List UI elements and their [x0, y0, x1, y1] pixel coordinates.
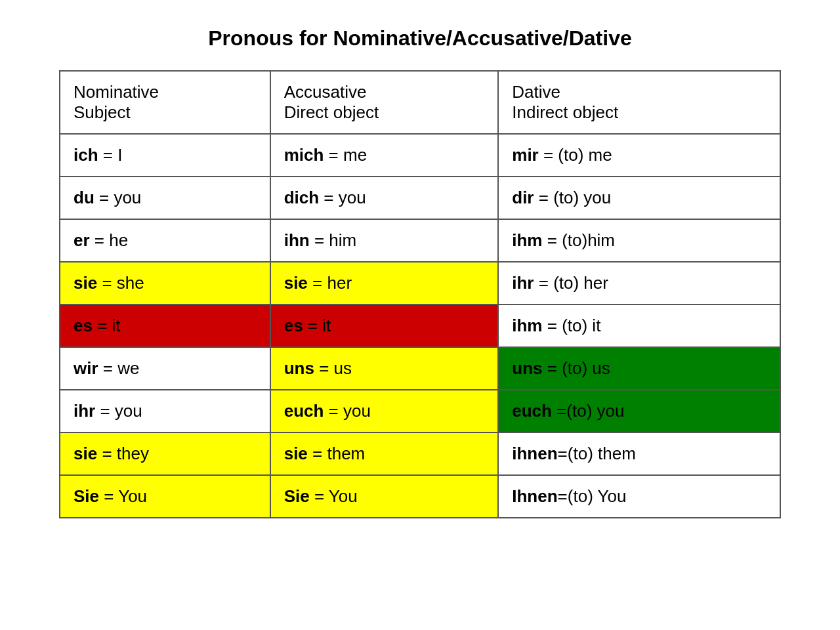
cell-sie-they-col2: sie = them [270, 432, 499, 475]
cell-es-col1: es = it [60, 304, 270, 347]
table-row-du: du = youdich = youdir = (to) you [60, 177, 780, 219]
cell-ihr-col3: euch =(to) you [498, 390, 780, 432]
rest-text-wir-col2: = us [314, 358, 352, 378]
cell-ihr-col1: ihr = you [60, 390, 270, 432]
cell-ich-col3: mir = (to) me [498, 134, 780, 177]
rest-text-du-col3: = (to) you [534, 188, 612, 207]
bold-word-sie-she-col1: sie [74, 273, 97, 293]
cell-sie-they-col1: sie = they [60, 432, 270, 475]
bold-word-du-col2: dich [284, 188, 319, 207]
cell-sie-she-col2: sie = her [270, 262, 499, 304]
rest-text-sie-they-col1: = they [97, 444, 149, 463]
cell-du-col3: dir = (to) you [498, 177, 780, 219]
bold-word-wir-col3: uns [512, 358, 542, 378]
bold-word-du-col1: du [74, 188, 94, 207]
bold-word-wir-col1: wir [74, 358, 98, 378]
rest-text-du-col1: = you [94, 188, 142, 207]
rest-text-sie-she-col2: = her [308, 273, 352, 293]
cell-sie-she-col3: ihr = (to) her [498, 262, 780, 304]
cell-wir-col3: uns = (to) us [498, 347, 780, 390]
rest-text-es-col3: = (to) it [543, 316, 601, 335]
rest-text-es-col1: = it [93, 316, 121, 335]
bold-word-er-col2: ihn [284, 230, 310, 250]
table-row-er: er = heihn = himihm = (to)him [60, 219, 780, 262]
bold-word-sie-they-col2: sie [284, 444, 308, 463]
bold-word-er-col1: er [74, 230, 90, 250]
rest-text-ich-col2: = me [324, 145, 367, 165]
bold-word-sie-they-col1: sie [74, 444, 97, 463]
bold-word-es-col3: ihm [512, 316, 542, 335]
table-row-sie-she: sie = shesie = herihr = (to) her [60, 262, 780, 304]
bold-word-es-col2: es [284, 316, 303, 335]
table-row-sie-they: sie = theysie = themihnen=(to) them [60, 432, 780, 475]
table-row-ich: ich = Imich = memir = (to) me [60, 134, 780, 177]
rest-text-ihr-col3: =(to) you [552, 401, 625, 421]
cell-er-col2: ihn = him [270, 219, 499, 262]
table-row-es: es = ites = itihm = (to) it [60, 304, 780, 347]
cell-ihr-col2: euch = you [270, 390, 499, 432]
rest-text-er-col1: = he [90, 230, 129, 250]
bold-word-sie-they-col3: ihnen [512, 444, 557, 463]
pronoun-table: Nominative Subject Accusative Direct obj… [59, 70, 781, 518]
cell-Sie-You-col1: Sie = You [60, 475, 270, 518]
rest-text-ihr-col2: = you [324, 401, 371, 421]
rest-text-ihr-col1: = you [95, 401, 142, 421]
rest-text-sie-she-col1: = she [97, 273, 144, 293]
rest-text-ich-col3: = (to) me [539, 145, 612, 165]
bold-word-sie-she-col2: sie [284, 273, 308, 293]
cell-sie-they-col3: ihnen=(to) them [498, 432, 780, 475]
rest-text-Sie-You-col2: = You [310, 486, 358, 506]
rest-text-Sie-You-col3: =(to) You [558, 486, 627, 506]
rest-text-er-col3: = (to)him [543, 230, 616, 250]
cell-Sie-You-col2: Sie = You [270, 475, 499, 518]
bold-word-Sie-You-col2: Sie [284, 486, 310, 506]
cell-ich-col2: mich = me [270, 134, 499, 177]
cell-Sie-You-col3: Ihnen=(to) You [498, 475, 780, 518]
rest-text-es-col2: = it [303, 316, 331, 335]
bold-word-ihr-col1: ihr [74, 401, 95, 421]
bold-word-du-col3: dir [512, 188, 534, 207]
header-accusative: Accusative Direct object [270, 71, 499, 134]
bold-word-ihr-col3: euch [512, 401, 552, 421]
cell-es-col2: es = it [270, 304, 499, 347]
table-row-wir: wir = weuns = usuns = (to) us [60, 347, 780, 390]
header-dative: Dative Indirect object [498, 71, 780, 134]
bold-word-Sie-You-col1: Sie [74, 486, 99, 506]
bold-word-wir-col2: uns [284, 358, 314, 378]
table-row-Sie-You: Sie = YouSie = YouIhnen=(to) You [60, 475, 780, 518]
bold-word-es-col1: es [74, 316, 93, 335]
bold-word-ich-col1: ich [74, 145, 98, 165]
table-row-ihr: ihr = youeuch = youeuch =(to) you [60, 390, 780, 432]
cell-sie-she-col1: sie = she [60, 262, 270, 304]
cell-wir-col2: uns = us [270, 347, 499, 390]
rest-text-sie-they-col3: =(to) them [558, 444, 636, 463]
rest-text-sie-they-col2: = them [308, 444, 365, 463]
cell-du-col1: du = you [60, 177, 270, 219]
cell-es-col3: ihm = (to) it [498, 304, 780, 347]
cell-er-col3: ihm = (to)him [498, 219, 780, 262]
bold-word-ihr-col2: euch [284, 401, 324, 421]
rest-text-ich-col1: = I [98, 145, 123, 165]
rest-text-wir-col1: = we [98, 358, 140, 378]
cell-er-col1: er = he [60, 219, 270, 262]
page-title: Pronous for Nominative/Accusative/Dative [208, 26, 632, 51]
bold-word-Sie-You-col3: Ihnen [512, 486, 557, 506]
bold-word-sie-she-col3: ihr [512, 273, 534, 293]
rest-text-sie-she-col3: = (to) her [534, 273, 608, 293]
rest-text-wir-col3: = (to) us [543, 358, 610, 378]
rest-text-er-col2: = him [310, 230, 357, 250]
rest-text-du-col2: = you [319, 188, 366, 207]
rest-text-Sie-You-col1: = You [99, 486, 147, 506]
bold-word-ich-col3: mir [512, 145, 538, 165]
header-nominative: Nominative Subject [60, 71, 270, 134]
cell-du-col2: dich = you [270, 177, 499, 219]
bold-word-er-col3: ihm [512, 230, 542, 250]
bold-word-ich-col2: mich [284, 145, 324, 165]
cell-ich-col1: ich = I [60, 134, 270, 177]
cell-wir-col1: wir = we [60, 347, 270, 390]
